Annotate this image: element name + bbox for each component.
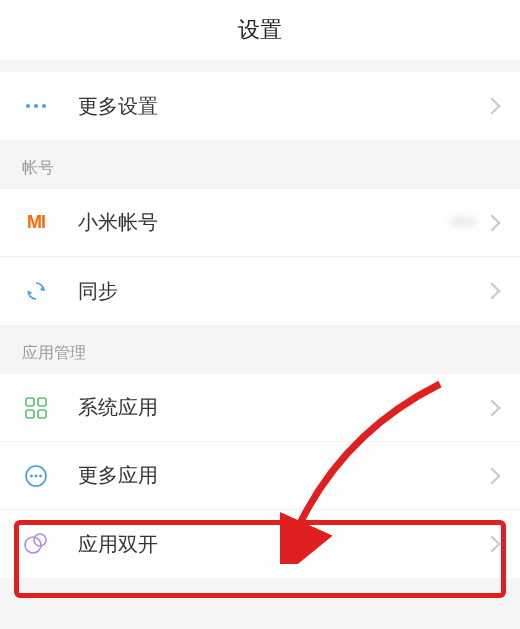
chevron-right-icon bbox=[484, 399, 501, 416]
chevron-right-icon bbox=[484, 536, 501, 553]
account-value: •••• bbox=[451, 212, 476, 233]
row-system-apps[interactable]: 系统应用 bbox=[0, 374, 520, 442]
section-title-accounts: 帐号 bbox=[0, 140, 520, 189]
row-label: 系统应用 bbox=[78, 394, 486, 421]
svg-rect-0 bbox=[26, 398, 34, 406]
row-more-settings[interactable]: 更多设置 bbox=[0, 72, 520, 140]
row-label: 小米帐号 bbox=[78, 209, 451, 236]
row-xiaomi-account[interactable]: MI 小米帐号 •••• bbox=[0, 189, 520, 257]
svg-point-5 bbox=[30, 474, 33, 477]
svg-rect-1 bbox=[38, 398, 46, 406]
chevron-right-icon bbox=[484, 98, 501, 115]
more-apps-icon bbox=[22, 462, 50, 490]
svg-rect-2 bbox=[26, 410, 34, 418]
chevron-right-icon bbox=[484, 283, 501, 300]
row-label: 同步 bbox=[78, 278, 486, 305]
row-label: 应用双开 bbox=[78, 531, 486, 558]
dual-apps-icon bbox=[22, 530, 50, 558]
title-text: 设置 bbox=[238, 15, 282, 45]
row-sync[interactable]: 同步 bbox=[0, 257, 520, 325]
row-label: 更多应用 bbox=[78, 462, 486, 489]
section-title-apps: 应用管理 bbox=[0, 325, 520, 374]
mi-logo-icon: MI bbox=[22, 209, 50, 237]
row-label: 更多设置 bbox=[78, 93, 486, 120]
svg-point-8 bbox=[25, 537, 41, 553]
svg-rect-3 bbox=[38, 410, 46, 418]
apps-grid-icon bbox=[22, 394, 50, 422]
row-dual-apps[interactable]: 应用双开 bbox=[0, 510, 520, 578]
sync-icon bbox=[22, 277, 50, 305]
chevron-right-icon bbox=[484, 214, 501, 231]
page-title: 设置 bbox=[0, 0, 520, 60]
more-icon bbox=[22, 92, 50, 120]
row-more-apps[interactable]: 更多应用 bbox=[0, 442, 520, 510]
svg-point-7 bbox=[39, 474, 42, 477]
svg-point-6 bbox=[35, 474, 38, 477]
chevron-right-icon bbox=[484, 467, 501, 484]
